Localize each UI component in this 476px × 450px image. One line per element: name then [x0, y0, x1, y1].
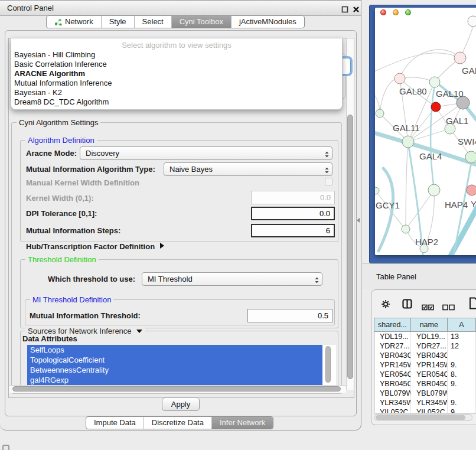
network-node[interactable]	[468, 16, 476, 27]
network-node-gal10[interactable]	[429, 77, 440, 87]
tab-select[interactable]: Select	[134, 16, 171, 28]
dpi-tolerance-field[interactable]: 0.0	[251, 207, 335, 220]
table-horizontal-scrollbar-thumb[interactable]	[376, 415, 465, 420]
tab-network[interactable]: Network	[47, 16, 101, 28]
tab-style[interactable]: Style	[101, 16, 134, 28]
tab-impute-data[interactable]: Impute Data	[86, 417, 144, 429]
table-row[interactable]: YBR045CYBR045C9.	[374, 379, 476, 389]
network-node-gal11[interactable]	[376, 109, 384, 118]
table-header-row: shared...nameA	[374, 318, 476, 332]
algorithm-dropdown-prompt: Select algorithm to view settings	[11, 38, 342, 50]
select-all-checkboxes-icon[interactable]	[422, 302, 434, 313]
data-attributes-label: Data Attributes	[22, 334, 77, 343]
tab-jactivemnodules[interactable]: jActiveMNodules	[231, 16, 304, 28]
aracne-mode-select[interactable]: Discovery	[80, 146, 332, 160]
data-attribute-item[interactable]: SelfLoops	[27, 345, 322, 355]
tab-discretize-data[interactable]: Discretize Data	[144, 417, 211, 429]
which-threshold-select[interactable]: MI Threshold	[142, 272, 322, 286]
group-title: Threshold Definition	[25, 255, 99, 264]
algorithm-option[interactable]: Basic Correlation Inference	[11, 60, 342, 69]
data-attribute-item[interactable]: BetweennessCentrality	[27, 365, 322, 375]
network-node[interactable]	[431, 102, 441, 112]
manual-kernel-width-checkbox[interactable]	[325, 178, 332, 185]
aracne-mode-label: Aracne Mode:	[26, 149, 77, 158]
table-cell: YER054C	[411, 370, 448, 379]
mi-steps-field[interactable]: 6	[251, 224, 335, 237]
algorithm-option[interactable]: Bayesian - K2	[11, 88, 342, 97]
dpi-tolerance-label: DPI Tolerance [0,1]:	[26, 209, 97, 218]
table-row[interactable]: YPR145WYPR145W9.	[374, 360, 476, 370]
document-icon[interactable]	[469, 297, 476, 312]
table-row[interactable]: YER054CYER054C8.	[374, 370, 476, 379]
mi-algorithm-type-value: Naive Bayes	[169, 165, 213, 174]
tab-label: Discretize Data	[152, 416, 204, 429]
close-panel-icon[interactable]	[353, 5, 360, 12]
mi-threshold-field[interactable]: 0.5	[247, 309, 332, 322]
table-cell: YBL079W	[411, 389, 448, 398]
column-header[interactable]: A	[448, 318, 476, 331]
table-panel-titlebar: Table Panel	[362, 263, 476, 289]
table-cell: YDL19...	[411, 332, 448, 341]
panel-splitter-collapse-icon[interactable]	[357, 218, 360, 223]
collapsed-panel-icon[interactable]	[2, 445, 9, 450]
screen: Control Panel NetworkStyleSelectCyni Too…	[0, 0, 476, 450]
network-view[interactable]: GALGAL80GAL10GAL1GAL11SWI4GAL4GCY1HAP4YH…	[375, 8, 476, 255]
table-row[interactable]: YLR345WYLR345W9.	[374, 398, 476, 407]
mi-algorithm-type-select[interactable]: Naive Bayes	[164, 162, 332, 176]
data-attribute-item[interactable]: gal4RGexp	[27, 375, 322, 385]
tab-infer-network[interactable]: Infer Network	[211, 417, 273, 429]
split-columns-icon[interactable]	[402, 299, 412, 311]
which-threshold-value: MI Threshold	[148, 275, 193, 283]
table-row[interactable]: YIL052CYIL052C9	[374, 407, 476, 413]
apply-button[interactable]: Apply	[162, 397, 200, 411]
algorithm-option[interactable]: Mutual Information Inference	[11, 79, 342, 88]
data-attributes-list[interactable]: SelfLoopsTopologicalCoefficientBetweenne…	[27, 345, 336, 385]
network-node-gal[interactable]	[454, 52, 466, 64]
table-cell: YDR27...	[374, 341, 411, 351]
network-node-gal4[interactable]	[402, 136, 414, 148]
hub-transcription-factor-expander[interactable]: Hub/Transcription Factor Definition	[26, 242, 165, 251]
data-attribute-item[interactable]: TopologicalCoefficient	[27, 355, 322, 365]
table-horizontal-scrollbar[interactable]	[374, 414, 472, 421]
minimize-window-traffic-light[interactable]	[393, 9, 399, 15]
table-cell: YER054C	[374, 370, 411, 379]
tab-label: Impute Data	[94, 416, 136, 429]
float-window-icon[interactable]	[341, 5, 348, 12]
table-cell: YIL052C	[374, 407, 411, 413]
algorithm-dropdown-popup: Select algorithm to view settings Bayesi…	[11, 38, 343, 110]
table-row[interactable]: YBL079WYBL079W	[374, 389, 476, 398]
tab-cyni-toolbox[interactable]: Cyni Toolbox	[171, 16, 231, 28]
table-cell: YDL19...	[374, 332, 411, 341]
attributes-list-scrollbar[interactable]	[325, 346, 331, 383]
network-node-gcy1[interactable]	[375, 187, 379, 194]
network-node-gal80[interactable]	[395, 73, 405, 84]
tab-label: Cyni Toolbox	[180, 15, 223, 28]
algorithm-option[interactable]: Dream8 DC_TDC Algorithm	[11, 97, 342, 107]
settings-vertical-scrollbar-thumb[interactable]	[347, 115, 353, 379]
network-graph: GALGAL80GAL10GAL1GAL11SWI4GAL4GCY1HAP4YH…	[375, 8, 476, 255]
gear-icon[interactable]	[381, 299, 390, 311]
close-window-traffic-light[interactable]	[380, 9, 386, 15]
table-cell: YBR043C	[374, 351, 411, 360]
network-node-hap4[interactable]	[428, 184, 440, 196]
table-row[interactable]: YDL19...YDL19...13	[374, 332, 476, 341]
column-header[interactable]: name	[411, 318, 448, 331]
zoom-window-traffic-light[interactable]	[405, 9, 411, 15]
kernel-width-field[interactable]: 0.0	[251, 191, 335, 204]
node-label: HAP2	[415, 237, 438, 247]
group-title: Cyni Algorithm Settings	[17, 118, 100, 127]
deselect-all-checkboxes-icon[interactable]	[442, 302, 455, 313]
node-attribute-table[interactable]: shared...nameA YDL19...YDL19...13YDR27..…	[374, 318, 476, 413]
kernel-width-label: Kernel Width (0,1):	[26, 194, 94, 203]
network-node[interactable]	[465, 151, 476, 163]
algorithm-option[interactable]: ARACNE Algorithm	[11, 69, 342, 79]
column-header[interactable]: shared...	[374, 318, 411, 331]
stepper-icon	[324, 149, 330, 162]
table-row[interactable]: YDR27...YDR27...12	[374, 341, 476, 351]
settings-horizontal-scrollbar-thumb[interactable]	[12, 386, 341, 392]
table-row[interactable]: YBR043CYBR043C	[374, 351, 476, 360]
algorithm-option[interactable]: Bayesian - Hill Climbing	[11, 50, 342, 60]
network-node-y[interactable]	[467, 185, 476, 195]
table-cell	[448, 351, 476, 360]
network-node-hap2[interactable]	[402, 225, 410, 233]
